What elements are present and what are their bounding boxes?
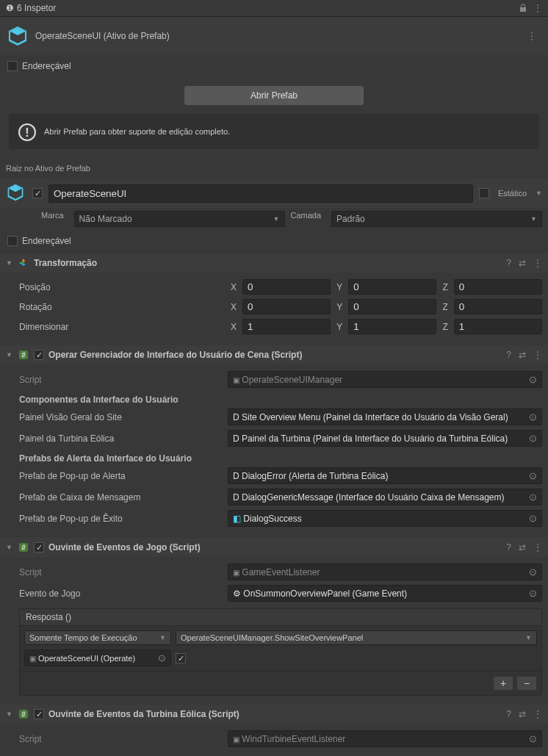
rotation-label: Rotação bbox=[19, 302, 225, 312]
script-label: Script bbox=[19, 567, 225, 577]
component-menu-icon[interactable]: ⋮ bbox=[533, 350, 542, 360]
component-menu-icon[interactable]: ⋮ bbox=[533, 542, 542, 552]
object-picker-icon[interactable]: ⊙ bbox=[529, 470, 537, 481]
tab-menu-icon[interactable]: ⋮ bbox=[533, 3, 542, 13]
runtime-mode-dropdown[interactable]: Somente Tempo de Execução▼ bbox=[24, 630, 171, 645]
remove-event-button[interactable]: − bbox=[516, 676, 537, 691]
script1-title: Operar Gerenciador de Interface do Usuár… bbox=[48, 350, 502, 360]
object-picker-icon[interactable]: ⊙ bbox=[529, 492, 537, 503]
script-icon: # bbox=[18, 541, 29, 553]
preset-icon[interactable]: ⇄ bbox=[519, 709, 526, 719]
script-icon: # bbox=[18, 708, 29, 720]
event-bool-checkbox[interactable] bbox=[176, 653, 186, 663]
listener1-header[interactable]: ▼ # Ouvinte de Eventos de Jogo (Script) … bbox=[0, 538, 548, 557]
position-y-input[interactable] bbox=[348, 279, 436, 295]
tag-label: Marca bbox=[41, 211, 68, 227]
addressable-checkbox-asset[interactable] bbox=[7, 61, 18, 71]
prefab-asset-header: OperateSceneUI (Ativo de Prefab) ⋮ bbox=[0, 17, 548, 55]
script1-header[interactable]: ▼ # Operar Gerenciador de Interface do U… bbox=[0, 345, 548, 364]
help-icon[interactable]: ? bbox=[506, 709, 511, 719]
listener2-header[interactable]: ▼ # Ouvinte de Eventos da Turbina Eólica… bbox=[0, 705, 548, 724]
listener2-script-field: ▣ WindTurbineEventListener ⊙ bbox=[228, 730, 542, 747]
scale-z-input[interactable] bbox=[454, 319, 542, 334]
object-picker-icon[interactable]: ⊙ bbox=[529, 566, 537, 577]
object-picker-icon[interactable]: ⊙ bbox=[529, 411, 537, 422]
unity-event-box: Resposta () Somente Tempo de Execução▼ O… bbox=[19, 608, 542, 696]
game-event-listener-component: ▼ # Ouvinte de Eventos de Jogo (Script) … bbox=[0, 538, 548, 703]
scale-y-input[interactable] bbox=[348, 319, 436, 334]
success-field[interactable]: ◧ DialogSuccess ⊙ bbox=[228, 510, 542, 527]
open-prefab-button[interactable]: Abrir Prefab bbox=[184, 86, 364, 105]
script-label: Script bbox=[19, 734, 225, 744]
foldout-icon[interactable]: ▼ bbox=[6, 259, 13, 267]
foldout-icon[interactable]: ▼ bbox=[6, 351, 13, 359]
rotation-y-input[interactable] bbox=[348, 299, 436, 314]
listener1-script-field: ▣ GameEventListener ⊙ bbox=[228, 564, 542, 580]
script1-enabled-checkbox[interactable] bbox=[34, 350, 44, 360]
object-picker-icon[interactable]: ⊙ bbox=[529, 733, 537, 744]
position-label: Posição bbox=[19, 282, 225, 292]
preset-icon[interactable]: ⇄ bbox=[519, 542, 526, 552]
object-picker-icon[interactable]: ⊙ bbox=[529, 374, 537, 385]
gameobject-header: Estático ▼ bbox=[0, 179, 548, 208]
tag-dropdown[interactable]: Não Marcado▼ bbox=[74, 211, 285, 227]
ui-components-heading: Componentes da Interface do Usuário bbox=[19, 390, 542, 406]
prefab-menu-icon[interactable]: ⋮ bbox=[522, 31, 542, 41]
site-panel-field[interactable]: D Site Overview Menu (Painel da Interfac… bbox=[228, 408, 542, 425]
preset-icon[interactable]: ⇄ bbox=[519, 258, 526, 268]
game-event-label: Evento de Jogo bbox=[19, 588, 225, 599]
listener2-enabled-checkbox[interactable] bbox=[34, 709, 44, 719]
addressable-label-object: Endereçável bbox=[22, 236, 71, 246]
help-icon[interactable]: ? bbox=[506, 542, 511, 552]
add-event-button[interactable]: + bbox=[493, 676, 513, 691]
object-picker-icon[interactable]: ⊙ bbox=[529, 513, 537, 524]
static-checkbox[interactable] bbox=[479, 188, 489, 198]
layer-dropdown[interactable]: Padrão▼ bbox=[331, 211, 542, 227]
component-menu-icon[interactable]: ⋮ bbox=[533, 709, 542, 719]
layer-label: Camada bbox=[291, 211, 326, 227]
listener1-title: Ouvinte de Eventos de Jogo (Script) bbox=[48, 542, 502, 552]
rotation-z-input[interactable] bbox=[454, 299, 542, 314]
addressable-checkbox-object[interactable] bbox=[7, 236, 18, 246]
alerts-heading: Prefabs de Alerta da Interface do Usuári… bbox=[19, 449, 542, 465]
preset-icon[interactable]: ⇄ bbox=[519, 350, 526, 360]
info-icon: ! bbox=[18, 123, 35, 140]
position-z-input[interactable] bbox=[454, 279, 542, 295]
event-target-field[interactable]: ▣ OperateSceneUI (Operate) ⊙ bbox=[24, 649, 171, 666]
listener2-title: Ouvinte de Eventos da Turbina Eólica (Sc… bbox=[48, 709, 502, 719]
object-picker-icon[interactable]: ⊙ bbox=[529, 588, 537, 599]
rotation-x-input[interactable] bbox=[242, 299, 331, 314]
info-banner: ! Abrir Prefab para obter suporte de edi… bbox=[9, 114, 539, 149]
gameobject-cube-icon bbox=[6, 183, 26, 204]
turbine-panel-field[interactable]: D Painel da Turbina (Painel da Interface… bbox=[228, 430, 542, 447]
transform-header[interactable]: ▼ Transformação ? ⇄ ⋮ bbox=[0, 253, 548, 273]
foldout-icon[interactable]: ▼ bbox=[6, 710, 13, 718]
gameobject-name-input[interactable] bbox=[48, 184, 473, 203]
object-picker-icon[interactable]: ⊙ bbox=[529, 433, 537, 444]
help-icon[interactable]: ? bbox=[506, 350, 511, 360]
gameobject-active-checkbox[interactable] bbox=[32, 188, 43, 198]
root-label: Raiz no Ativo de Prefab bbox=[0, 158, 548, 179]
static-dropdown-arrow[interactable]: ▼ bbox=[536, 190, 542, 197]
addressable-row-asset: Endereçável bbox=[0, 55, 548, 77]
prefab-cube-icon bbox=[6, 24, 29, 48]
alert-popup-label: Prefab de Pop-up de Alerta bbox=[19, 471, 225, 481]
listener1-enabled-checkbox[interactable] bbox=[34, 542, 44, 552]
success-label: Prefab de Pop-up de Êxito bbox=[19, 514, 225, 524]
game-event-field[interactable]: ⚙ OnSummonOverviewPanel (Game Event) ⊙ bbox=[228, 585, 542, 602]
lock-icon[interactable] bbox=[519, 4, 527, 12]
callback-dropdown[interactable]: OperateSceneUIManager.ShowSiteOverviewPa… bbox=[176, 630, 537, 645]
site-panel-label: Painel Visão Geral do Site bbox=[19, 412, 225, 422]
component-menu-icon[interactable]: ⋮ bbox=[533, 258, 542, 268]
script1-script-field: ▣ OperateSceneUIManager ⊙ bbox=[228, 371, 542, 388]
object-picker-icon[interactable]: ⊙ bbox=[158, 652, 166, 663]
turbine-panel-label: Painel da Turbina Eólica bbox=[19, 433, 225, 444]
foldout-icon[interactable]: ▼ bbox=[6, 544, 13, 551]
transform-icon bbox=[18, 257, 29, 269]
position-x-input[interactable] bbox=[242, 279, 331, 295]
scale-x-input[interactable] bbox=[242, 319, 331, 334]
alert-popup-field[interactable]: D DialogError (Alerta de Turbina Eólica)… bbox=[228, 467, 542, 484]
transform-title: Transformação bbox=[34, 258, 502, 268]
help-icon[interactable]: ? bbox=[506, 258, 511, 268]
msgbox-field[interactable]: D DialogGenericMessage (Interface do Usu… bbox=[228, 489, 542, 505]
